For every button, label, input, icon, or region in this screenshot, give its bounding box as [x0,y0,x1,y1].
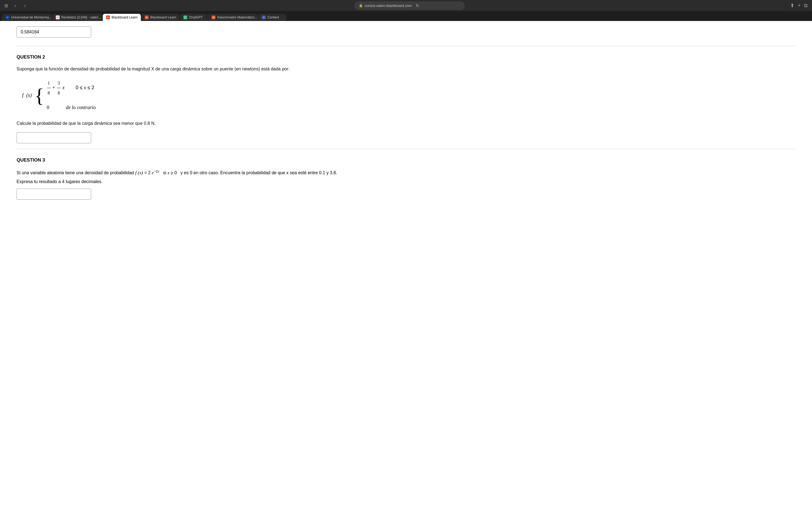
tab-label-gmail: Recibidos (3,048) - valeri... [61,15,101,19]
tab-chatgpt[interactable]: C ChatGPT [180,14,208,21]
question-3-note: Expresa tu resultado a 4 lugares decimal… [17,179,795,184]
tab-label-bb1: Blackboard Learn [112,15,137,19]
tab-gmail[interactable]: M Recibidos (3,048) - valeri... [53,14,102,21]
tab-favicon-wolfram: W [212,15,215,19]
tab-label-wolfram: Solucionador Matemático... [217,15,257,19]
question-2-title: QUESTION 2 [17,54,795,60]
tab-wolfram[interactable]: W Solucionador Matemático... [208,14,258,21]
tab-favicon-content: A [262,15,266,19]
question-3-section: QUESTION 3 Si una variable aleatoria tie… [17,149,795,205]
tab-bb1[interactable]: A Blackboard Learn [103,14,141,21]
tab-label-udem: Universidad de Monterrey... [11,15,52,19]
tab-udem[interactable]: U Universidad de Monterrey... [2,14,52,21]
answer-input-q3[interactable] [17,189,91,200]
address-bar[interactable]: 🔒 cursos-udem.blackboard.com ↻ [354,1,465,10]
case-2-value: 0 [47,102,49,113]
new-tab-icon[interactable]: + [798,3,801,9]
question-2-section: QUESTION 2 Suponga que la función de den… [17,46,795,149]
fraction-3-8: 3 8 [57,78,61,98]
answer-box-top: 0.584164 [17,21,795,46]
q3-exponent: −2x [154,169,159,173]
tab-label-bb2: Blackboard Learn [150,15,176,19]
q3-equals: = [144,171,148,175]
tab-bb2[interactable]: A Blackboard Learn [141,14,179,21]
tab-favicon-chatgpt: C [184,15,187,19]
browser-actions: ⬆ + ⧉ [790,2,808,9]
share-icon[interactable]: ⬆ [790,2,794,9]
browser-controls: ⊞ ‹ › [4,2,29,10]
formula-cases: 1 8 + 3 8 x 0 ≤ x ≤ 2 [47,78,96,113]
formula-function-label: f [22,90,24,101]
tab-label-chatgpt: ChatGPT [189,15,203,19]
fraction-1-8: 1 8 [47,78,51,98]
answer-input-q2[interactable] [17,132,91,143]
q3-2: 2 [148,171,150,175]
formula-paren-x: (x) [26,90,32,101]
answer-input-top[interactable]: 0.584164 [17,27,91,38]
question-3-title: QUESTION 3 [17,157,795,163]
x-variable: x [62,82,64,93]
tab-label-content: Content [267,15,279,19]
formula-case-1: 1 8 + 3 8 x 0 ≤ x ≤ 2 [47,78,96,98]
forward-button[interactable]: › [21,2,29,10]
page-content: 0.584164 QUESTION 2 Suponga que la funci… [0,21,812,528]
tab-favicon-udem: U [5,15,10,19]
address-bar-container: 🔒 cursos-udem.blackboard.com ↻ [31,1,788,10]
tab-bar: U Universidad de Monterrey... M Recibido… [0,11,812,21]
formula-case-2: 0 de lo contrario [47,102,96,113]
case-1-condition: 0 ≤ x ≤ 2 [76,82,95,93]
url-text: cursos-udem.blackboard.com [365,4,412,8]
case-2-condition: de lo contrario [66,102,96,113]
browser-chrome: ⊞ ‹ › 🔒 cursos-udem.blackboard.com ↻ ⬆ +… [0,0,812,11]
formula-brace: { [34,86,44,105]
question-3-text: Si una variable aleatoria tiene una dens… [17,168,795,177]
question-2-ask: Calcule la probabilidad de que la carga … [17,120,795,127]
tab-favicon-gmail: M [56,15,60,19]
q3-f-x: f [135,170,137,175]
back-button[interactable]: ‹ [11,2,19,10]
tab-favicon-bb1: A [106,15,110,19]
plus-sign: + [53,82,55,93]
question-2-text: Suponga que la función de densidad de pr… [17,65,795,73]
sidebar-toggle-button[interactable]: ⊞ [4,3,8,8]
tabs-overview-icon[interactable]: ⧉ [804,3,808,9]
lock-icon: 🔒 [359,4,363,8]
q3-open-paren: (x) [138,170,143,175]
q3-x-cond: x [168,171,169,175]
tab-favicon-bb2: A [145,15,149,19]
question-2-formula: f (x) { 1 8 + 3 [22,78,795,113]
reload-icon[interactable]: ↻ [416,3,419,8]
tab-content[interactable]: A Content [259,14,286,21]
